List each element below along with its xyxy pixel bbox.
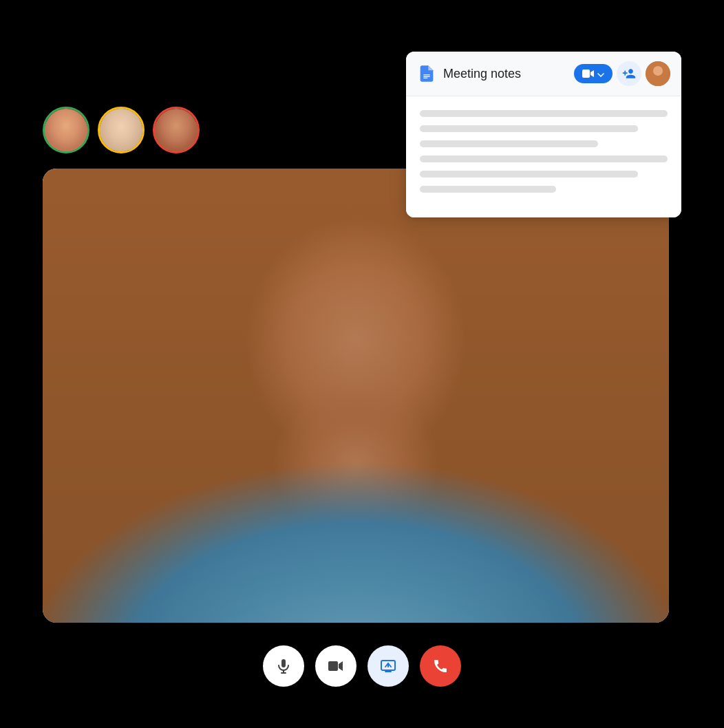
participant-avatar-2[interactable]	[98, 107, 145, 153]
control-bar	[263, 645, 461, 687]
video-camera-icon	[582, 69, 595, 78]
meet-video-button[interactable]	[574, 64, 613, 83]
panel-actions	[574, 61, 670, 86]
svg-rect-4	[281, 659, 286, 667]
doc-line-1	[420, 110, 668, 117]
camera-icon	[328, 658, 344, 674]
participant-face-1	[45, 109, 87, 151]
end-call-icon	[432, 658, 449, 674]
panel-content	[406, 96, 681, 217]
doc-line-3	[420, 140, 598, 147]
meeting-notes-panel: Meeting notes	[406, 52, 681, 217]
participant-avatar-1[interactable]	[43, 107, 89, 153]
user-avatar[interactable]	[646, 61, 670, 86]
google-docs-icon	[417, 64, 436, 83]
screen-share-button[interactable]	[368, 645, 409, 687]
end-call-button[interactable]	[420, 645, 461, 687]
participant-face-3	[155, 109, 198, 151]
doc-line-6	[420, 186, 556, 193]
participant-avatar-3[interactable]	[153, 107, 200, 153]
scene: Meeting notes	[0, 0, 724, 728]
add-person-icon	[622, 67, 636, 81]
panel-header: Meeting notes	[406, 52, 681, 96]
doc-line-4	[420, 156, 668, 162]
svg-point-2	[653, 66, 663, 76]
svg-rect-7	[328, 661, 338, 671]
doc-line-5	[420, 171, 638, 178]
video-dropdown-arrow	[597, 68, 604, 79]
mic-icon	[275, 658, 292, 674]
screen-share-icon	[380, 658, 396, 674]
svg-rect-0	[582, 69, 590, 78]
participant-face-2	[100, 109, 142, 151]
doc-line-2	[420, 125, 638, 132]
video-background	[43, 169, 669, 623]
add-person-button[interactable]	[617, 61, 641, 86]
participants-row	[43, 107, 200, 153]
panel-title: Meeting notes	[443, 67, 567, 81]
video-container	[43, 169, 669, 623]
user-avatar-image	[646, 61, 670, 86]
mic-button[interactable]	[263, 645, 304, 687]
camera-button[interactable]	[315, 645, 356, 687]
